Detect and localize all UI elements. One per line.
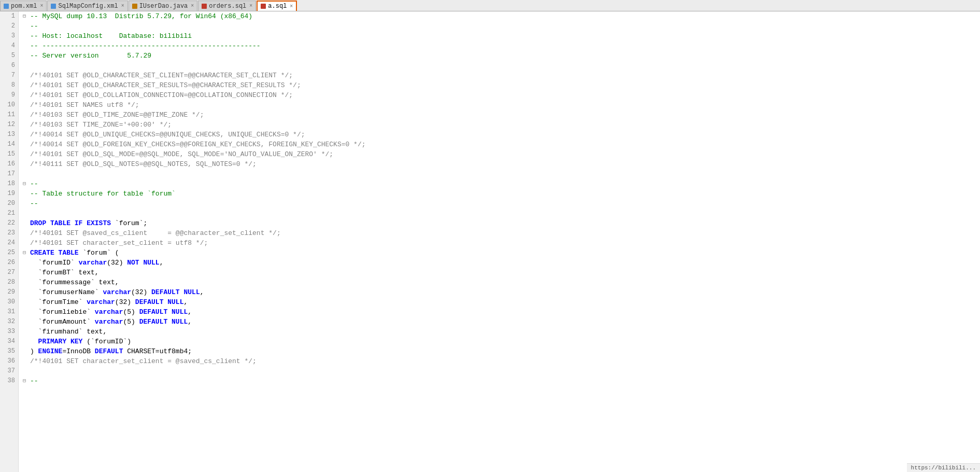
java-icon: [132, 4, 137, 9]
tab-close-icon[interactable]: ×: [249, 3, 252, 9]
code-line-22: DROP TABLE IF EXISTS `forum`;: [23, 218, 976, 228]
code-segment-16-0: /*!40111 SET @OLD_SQL_NOTES=@@SQL_NOTES,…: [30, 159, 257, 169]
tab-label: pom.xml: [11, 3, 37, 10]
code-line-23: /*!40101 SET @saved_cs_client = @@charac…: [23, 228, 976, 238]
line-number-32: 32: [3, 317, 15, 327]
code-segment-35-1: ENGINE: [38, 346, 63, 356]
code-line-24: /*!40101 SET character_set_client = utf8…: [23, 238, 976, 248]
fold-icon-25[interactable]: ⊟: [23, 248, 30, 258]
code-line-28: `forummessage` text,: [23, 277, 976, 287]
code-segment-32-1: varchar: [95, 317, 123, 327]
code-line-3: -- Host: localhost Database: bilibili: [23, 31, 976, 41]
code-segment-9-0: /*!40101 SET @OLD_COLLATION_CONNECTION=@…: [30, 90, 293, 100]
code-segment-24-0: /*!40101 SET character_set_client = utf8…: [30, 238, 208, 248]
status-bar: https://bilibili...: [907, 463, 980, 472]
line-number-33: 33: [3, 327, 15, 337]
line-number-37: 37: [3, 366, 15, 376]
code-line-27: `forumBT` text,: [23, 268, 976, 277]
tab-orders-sql[interactable]: orders.sql×: [198, 1, 256, 11]
line-number-30: 30: [3, 297, 15, 307]
tab-close-icon[interactable]: ×: [191, 3, 194, 9]
code-line-10: /*!40101 SET NAMES utf8 */;: [23, 100, 976, 110]
code-line-18: ⊟--: [23, 179, 976, 189]
line-number-2: 2: [3, 21, 15, 31]
code-segment-26-0: `forumID`: [30, 258, 79, 268]
line-number-34: 34: [3, 337, 15, 346]
code-segment-3-0: -- Host: localhost Database: bilibili: [30, 31, 192, 41]
code-segment-29-1: varchar: [103, 287, 131, 297]
fold-icon-38[interactable]: ⊟: [23, 376, 30, 386]
line-number-3: 3: [3, 31, 15, 41]
tab-label: orders.sql: [209, 3, 246, 10]
code-segment-35-3: DEFAULT: [95, 346, 123, 356]
line-number-26: 26: [3, 258, 15, 268]
code-segment-4-0: -- -------------------------------------…: [30, 41, 261, 51]
code-line-35: ) ENGINE=InnoDB DEFAULT CHARSET=utf8mb4;: [23, 346, 976, 356]
code-line-16: /*!40111 SET @OLD_SQL_NOTES=@@SQL_NOTES,…: [23, 159, 976, 169]
code-segment-34-1: PRIMARY KEY: [38, 337, 83, 346]
line-number-5: 5: [3, 51, 15, 61]
code-line-17: [23, 169, 976, 179]
line-number-4: 4: [3, 41, 15, 51]
code-segment-30-3: DEFAULT NULL: [135, 297, 184, 307]
tab-label: a.sql: [268, 3, 287, 10]
line-number-24: 24: [3, 238, 15, 248]
code-segment-31-3: DEFAULT NULL: [139, 307, 188, 317]
code-segment-28-0: `forummessage` text,: [30, 277, 119, 287]
line-number-14: 14: [3, 140, 15, 149]
code-line-9: /*!40101 SET @OLD_COLLATION_CONNECTION=@…: [23, 90, 976, 100]
code-line-15: /*!40101 SET @OLD_SQL_MODE=@@SQL_MODE, S…: [23, 149, 976, 159]
code-line-1: ⊟-- MySQL dump 10.13 Distrib 5.7.29, for…: [23, 11, 976, 21]
line-number-23: 23: [3, 228, 15, 238]
code-segment-22-1: `forum`;: [111, 218, 147, 228]
code-segment-2-0: --: [30, 21, 38, 31]
status-url: https://bilibili...: [911, 465, 976, 471]
sql-icon: [261, 4, 266, 9]
code-segment-12-0: /*!40103 SET TIME_ZONE='+00:00' */;: [30, 120, 172, 130]
code-segment-26-2: (32): [107, 258, 127, 268]
code-segment-22-0: DROP TABLE IF EXISTS: [30, 218, 111, 228]
line-number-10: 10: [3, 100, 15, 110]
tab-close-icon[interactable]: ×: [290, 4, 293, 9]
line-number-1: 1: [3, 11, 15, 21]
line-number-16: 16: [3, 159, 15, 169]
code-segment-29-0: `forumuserName`: [30, 287, 103, 297]
tab-a-sql[interactable]: a.sql×: [257, 1, 297, 11]
code-line-33: `firumhand` text,: [23, 327, 976, 337]
code-segment-13-0: /*!40014 SET @OLD_UNIQUE_CHECKS=@@UNIQUE…: [30, 130, 305, 140]
line-number-18: 18: [3, 179, 15, 189]
line-number-6: 6: [3, 61, 15, 71]
code-line-26: `forumID` varchar(32) NOT NULL,: [23, 258, 976, 268]
code-segment-23-0: /*!40101 SET @saved_cs_client = @@charac…: [30, 228, 281, 238]
code-segment-25-1: `forum` (: [79, 248, 119, 258]
fold-icon-1[interactable]: ⊟: [23, 11, 30, 21]
fold-icon-18[interactable]: ⊟: [23, 179, 30, 189]
code-segment-30-2: (32): [115, 297, 135, 307]
code-segment-27-0: `forumBT` text,: [30, 268, 99, 277]
line-number-31: 31: [3, 307, 15, 317]
code-line-34: PRIMARY KEY (`forumID`): [23, 337, 976, 346]
tab-sqlmapconfig-xml[interactable]: SqlMapConfig.xml×: [47, 1, 127, 11]
code-segment-7-0: /*!40101 SET @OLD_CHARACTER_SET_CLIENT=@…: [30, 71, 293, 80]
code-segment-29-3: DEFAULT NULL: [151, 287, 200, 297]
code-line-31: `forumliebie` varchar(5) DEFAULT NULL,: [23, 307, 976, 317]
code-line-8: /*!40101 SET @OLD_CHARACTER_SET_RESULTS=…: [23, 80, 976, 90]
code-segment-31-0: `forumliebie`: [30, 307, 95, 317]
line-number-28: 28: [3, 277, 15, 287]
code-line-21: [23, 209, 976, 218]
tab-close-icon[interactable]: ×: [40, 3, 43, 9]
line-number-29: 29: [3, 287, 15, 297]
code-segment-26-4: ,: [160, 258, 164, 268]
line-number-8: 8: [3, 80, 15, 90]
code-segment-30-4: ,: [183, 297, 188, 307]
code-segment-30-0: `forumTime`: [30, 297, 87, 307]
code-segment-38-0: --: [30, 376, 38, 386]
xml-icon: [51, 4, 56, 9]
tab-pom-xml[interactable]: pom.xml×: [0, 1, 47, 11]
line-number-17: 17: [3, 169, 15, 179]
line-number-38: 38: [3, 376, 15, 386]
tab-iuserdao-java[interactable]: IUserDao.java×: [129, 1, 198, 11]
line-number-25: 25: [3, 248, 15, 258]
tab-close-icon[interactable]: ×: [121, 3, 124, 9]
code-line-25: ⊟CREATE TABLE `forum` (: [23, 248, 976, 258]
